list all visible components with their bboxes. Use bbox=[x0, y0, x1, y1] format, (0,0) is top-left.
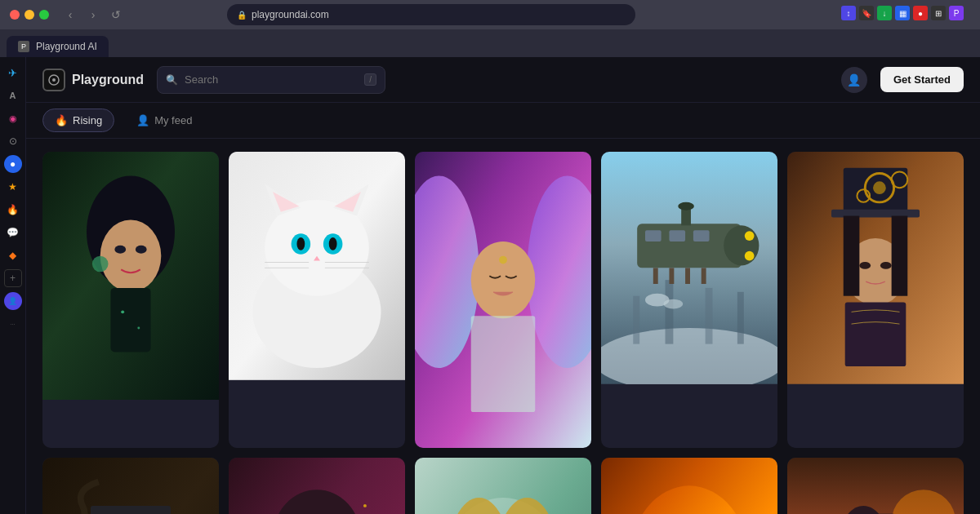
url-text: playgroundai.com bbox=[252, 9, 329, 20]
svg-point-65 bbox=[880, 262, 892, 269]
ext-icon-1[interactable]: ↕ bbox=[841, 6, 856, 20]
svg-rect-43 bbox=[645, 230, 662, 241]
svg-rect-8 bbox=[110, 288, 150, 352]
ext-icon-5[interactable]: ● bbox=[913, 6, 928, 20]
browser-controls bbox=[10, 10, 49, 20]
filter-my-feed[interactable]: 👤 My feed bbox=[124, 109, 204, 132]
svg-rect-67 bbox=[42, 458, 219, 514]
grid-item-black-cat[interactable] bbox=[42, 458, 219, 514]
maximize-button[interactable] bbox=[39, 10, 49, 20]
grid-item-purple-hair[interactable] bbox=[415, 152, 591, 448]
svg-rect-49 bbox=[702, 268, 706, 284]
svg-point-20 bbox=[296, 237, 305, 250]
filter-bar: 🔥 Rising 👤 My feed bbox=[26, 103, 980, 139]
sidebar-icon-text[interactable]: A bbox=[4, 86, 22, 104]
grid-item-white-cat[interactable] bbox=[229, 152, 405, 448]
grid-item-elf-woman[interactable] bbox=[415, 458, 591, 514]
ext-icon-7[interactable]: P bbox=[949, 6, 964, 20]
search-input[interactable] bbox=[185, 73, 358, 86]
svg-rect-63 bbox=[892, 216, 908, 296]
search-kbd: / bbox=[364, 73, 376, 86]
svg-point-7 bbox=[92, 256, 109, 273]
svg-point-64 bbox=[859, 262, 871, 269]
grid-item-steampunk-train[interactable] bbox=[601, 152, 777, 448]
grid-masonry bbox=[42, 152, 964, 514]
left-sidebar: ✈ A ◉ ⊙ ● ★ 🔥 💬 ◆ + 👤 ··· bbox=[0, 57, 26, 514]
browser-extensions: ↕ 🔖 ↓ ▦ ● ⊞ P bbox=[835, 6, 970, 24]
svg-rect-48 bbox=[685, 268, 690, 284]
svg-rect-47 bbox=[669, 268, 674, 284]
search-bar[interactable]: 🔍 / bbox=[157, 66, 385, 94]
svg-rect-32 bbox=[471, 316, 536, 412]
grid-item-anime-girl[interactable] bbox=[229, 458, 405, 514]
svg-rect-66 bbox=[845, 303, 906, 367]
svg-point-40 bbox=[724, 225, 759, 265]
grid-item-steampunk-woman[interactable] bbox=[787, 152, 964, 448]
svg-point-10 bbox=[137, 327, 140, 330]
ssl-lock-icon: 🔒 bbox=[237, 11, 247, 20]
sidebar-icon-whatsapp[interactable]: 💬 bbox=[4, 224, 22, 241]
browser-nav: ‹ › ↺ bbox=[62, 7, 124, 23]
svg-rect-46 bbox=[653, 268, 658, 284]
sidebar-icon-orange[interactable]: ◆ bbox=[4, 246, 22, 264]
grid-item-steampunk-sunset[interactable] bbox=[787, 458, 964, 514]
filter-rising[interactable]: 🔥 Rising bbox=[42, 109, 114, 132]
sidebar-icon-avatar[interactable]: 👤 bbox=[4, 292, 22, 310]
tab-title: Playground AI bbox=[36, 41, 97, 52]
svg-point-6 bbox=[136, 246, 147, 254]
close-button[interactable] bbox=[10, 10, 20, 20]
svg-rect-45 bbox=[693, 230, 710, 241]
sidebar-icon-blue[interactable]: ● bbox=[4, 155, 22, 173]
user-icon: 👤 bbox=[847, 73, 861, 86]
svg-point-21 bbox=[329, 237, 337, 250]
ext-icon-4[interactable]: ▦ bbox=[895, 6, 910, 20]
sidebar-icon-add[interactable]: + bbox=[4, 269, 22, 287]
rising-label: Rising bbox=[73, 114, 102, 126]
search-icon: 🔍 bbox=[166, 74, 178, 86]
svg-point-5 bbox=[114, 246, 126, 254]
address-bar[interactable]: 🔒 playgroundai.com bbox=[227, 4, 635, 25]
sidebar-icon-target[interactable]: ⊙ bbox=[4, 132, 22, 150]
sidebar-icon-star[interactable]: ★ bbox=[4, 178, 22, 196]
browser-chrome: ‹ › ↺ 🔒 playgroundai.com ↕ 🔖 ↓ ▦ ● ⊞ P P… bbox=[0, 0, 980, 57]
svg-rect-44 bbox=[669, 230, 685, 241]
svg-point-58 bbox=[873, 181, 886, 194]
main-content: Playground 🔍 / 👤 Get Started 🔥 Rising 👤 … bbox=[26, 57, 980, 514]
user-icon-button[interactable]: 👤 bbox=[841, 67, 867, 93]
active-tab[interactable]: P Playground AI bbox=[7, 36, 109, 57]
get-started-button[interactable]: Get Started bbox=[880, 67, 964, 92]
ext-icon-3[interactable]: ↓ bbox=[877, 6, 892, 20]
svg-rect-69 bbox=[91, 506, 171, 514]
svg-point-51 bbox=[664, 299, 684, 309]
logo-area: Playground bbox=[42, 69, 144, 91]
svg-point-4 bbox=[100, 219, 162, 291]
sidebar-icon-fire[interactable]: 🔥 bbox=[4, 201, 22, 219]
forward-nav-button[interactable]: › bbox=[85, 7, 101, 23]
minimize-button[interactable] bbox=[24, 10, 34, 20]
svg-point-1 bbox=[52, 78, 56, 82]
svg-point-30 bbox=[471, 241, 536, 318]
grid-item-redhead[interactable] bbox=[601, 458, 777, 514]
svg-rect-52 bbox=[681, 208, 691, 226]
ext-icon-6[interactable]: ⊞ bbox=[931, 6, 946, 20]
svg-rect-38 bbox=[737, 292, 744, 344]
svg-point-53 bbox=[678, 202, 694, 210]
svg-rect-36 bbox=[666, 280, 674, 344]
sidebar-icon-telegram[interactable]: ✈ bbox=[4, 64, 22, 82]
sidebar-icon-circle[interactable]: ◉ bbox=[4, 109, 22, 127]
refresh-nav-button[interactable]: ↺ bbox=[108, 7, 124, 23]
image-grid bbox=[26, 139, 980, 514]
tab-favicon: P bbox=[18, 41, 29, 52]
back-nav-button[interactable]: ‹ bbox=[62, 7, 78, 23]
svg-point-34 bbox=[601, 328, 777, 384]
rising-icon: 🔥 bbox=[55, 114, 68, 126]
ext-icon-2[interactable]: 🔖 bbox=[859, 6, 874, 20]
svg-rect-37 bbox=[706, 288, 713, 344]
svg-point-41 bbox=[745, 231, 755, 241]
svg-point-9 bbox=[121, 310, 124, 313]
grid-item-woman-dark[interactable] bbox=[42, 152, 219, 448]
app-container: ✈ A ◉ ⊙ ● ★ 🔥 💬 ◆ + 👤 ··· Playground bbox=[0, 57, 980, 514]
svg-point-42 bbox=[745, 251, 755, 261]
browser-tab-bar: P Playground AI bbox=[0, 29, 980, 57]
sidebar-icon-more[interactable]: ··· bbox=[4, 315, 22, 333]
